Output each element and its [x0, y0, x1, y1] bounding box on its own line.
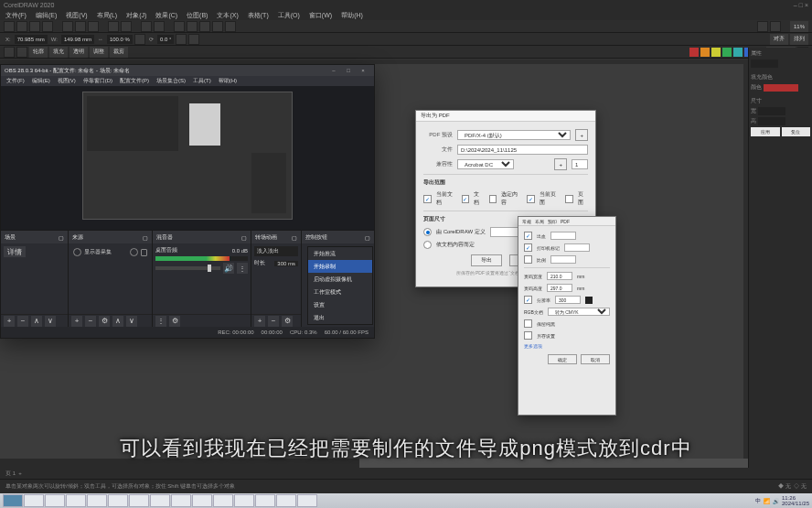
- obs-menu-scenecol[interactable]: 场景集合(S): [156, 77, 186, 85]
- ctrl-virtual-cam[interactable]: 启动虚拟摄像机: [308, 273, 372, 286]
- swatch-red[interactable]: [689, 48, 699, 57]
- menu-text[interactable]: 文本(X): [217, 11, 238, 20]
- tray-wifi-icon[interactable]: 📶: [764, 498, 770, 504]
- rgb-mode-select[interactable]: 转为 CMYK: [548, 308, 610, 316]
- size-h-field[interactable]: [758, 117, 785, 125]
- dock-popout-icon[interactable]: ▢: [292, 234, 297, 241]
- app-menubar[interactable]: 文件(F) 编辑(E) 视图(V) 布局(L) 对象(J) 效果(C) 位图(B…: [0, 10, 812, 20]
- settings-ok-button[interactable]: 确定: [548, 354, 577, 364]
- page-count-field[interactable]: [572, 159, 588, 169]
- swatch-green[interactable]: [722, 48, 732, 57]
- align-button[interactable]: 对齐: [770, 34, 788, 45]
- redo-icon[interactable]: [121, 21, 132, 32]
- page-tab-1[interactable]: 页 1: [5, 470, 16, 478]
- scene-details-button[interactable]: 详情: [4, 246, 26, 257]
- ctrl-exit[interactable]: 退出: [308, 311, 372, 324]
- new-icon[interactable]: [4, 21, 15, 32]
- obs-dock-mixer[interactable]: 混音器 ▢ 桌面音频 0.0 dB 🔊 ⋮ ⋮ ⚙: [153, 231, 251, 327]
- window-close-icon[interactable]: ×: [805, 2, 808, 8]
- document-tabs[interactable]: 页 1 +: [0, 468, 812, 479]
- menu-effects[interactable]: 效果(C): [155, 11, 177, 20]
- dynamic-guides-icon[interactable]: [212, 21, 223, 32]
- source-remove-icon[interactable]: −: [85, 316, 96, 327]
- pagesize-cdr-radio[interactable]: [423, 228, 432, 236]
- menu-table[interactable]: 表格(T): [248, 11, 269, 20]
- pick-tool-icon[interactable]: [4, 47, 15, 58]
- swatch-cyan[interactable]: [733, 48, 743, 57]
- obs-menu-help[interactable]: 帮助(H): [219, 77, 237, 85]
- dock-popout-icon[interactable]: ▢: [365, 234, 370, 241]
- obs-menubar[interactable]: 文件(F) 编辑(E) 视图(V) 停靠窗口(D) 配置文件(P) 场景集合(S…: [1, 76, 374, 86]
- property-bar[interactable]: X: 70.985 mm W: 149.98 mm ↔ 100.0 % ⟳ 0.…: [0, 33, 812, 46]
- obs-minimize-icon[interactable]: –: [326, 68, 341, 73]
- menu-object[interactable]: 对象(J): [126, 11, 146, 20]
- obs-dock-scenes[interactable]: 场景 ▢ 详情 + − ∧ ∨: [1, 231, 69, 327]
- window-maximize-icon[interactable]: □: [799, 2, 803, 8]
- options-icon[interactable]: [770, 21, 781, 32]
- mixer-menu-icon[interactable]: ⋮: [155, 316, 166, 327]
- print-icon[interactable]: [42, 21, 53, 32]
- lock-ratio-icon[interactable]: [134, 34, 145, 45]
- align-guides-icon[interactable]: [225, 21, 236, 32]
- system-tray[interactable]: 中 📶 🔊 11:262024/11/25: [755, 495, 809, 506]
- more-options-link[interactable]: 更多选项: [524, 343, 542, 349]
- export-button[interactable]: 导出: [471, 254, 502, 266]
- obs-titlebar[interactable]: OBS 28.0.3 64-bit - 配置文件: 未命名 - 场景: 未命名 …: [1, 65, 374, 76]
- taskbar-app[interactable]: [87, 494, 107, 507]
- obs-menu-file[interactable]: 文件(F): [6, 77, 25, 85]
- settings-tabs[interactable]: 常规 布局 预印 PDF: [518, 217, 615, 226]
- menu-help[interactable]: 帮助(H): [341, 11, 363, 20]
- tray-clock[interactable]: 11:262024/11/25: [782, 495, 809, 506]
- ctrl-start-recording[interactable]: 开始录制: [308, 260, 372, 273]
- range-sel-cb[interactable]: [489, 195, 497, 203]
- tray-volume-icon[interactable]: 🔊: [773, 498, 779, 504]
- scene-remove-icon[interactable]: −: [17, 316, 28, 327]
- command-bar[interactable]: 轮廓 填充 透明 调整 裁剪 更多配色: [0, 46, 812, 59]
- pagesize-content-radio[interactable]: [423, 241, 432, 249]
- ctrl-studio-mode[interactable]: 工作室模式: [308, 286, 372, 298]
- apply-button[interactable]: 应用: [751, 127, 780, 136]
- source-add-icon[interactable]: +: [71, 316, 82, 327]
- taskbar-app[interactable]: [129, 494, 149, 507]
- source-up-icon[interactable]: ∧: [112, 316, 123, 327]
- taskbar-app[interactable]: [45, 494, 65, 507]
- outline-button[interactable]: 轮廓: [29, 47, 48, 58]
- obs-dock-right[interactable]: 转场动画 ▢ 淡入淡出 时长 300 ms + − ⚙: [251, 231, 374, 327]
- tab-pdf[interactable]: PDF: [561, 219, 570, 224]
- pagesize-w-field[interactable]: [490, 227, 519, 237]
- scale-field[interactable]: [550, 255, 576, 264]
- export-settings-dialog[interactable]: 常规 布局 预印 PDF 出血 打印机标记 比例 页码宽度 mm 页码高度: [518, 216, 616, 416]
- bleed-cb[interactable]: [524, 232, 532, 240]
- page-h-field[interactable]: [547, 284, 572, 292]
- dock-popout-icon[interactable]: ▢: [143, 234, 148, 241]
- dpi-field[interactable]: [555, 296, 581, 304]
- trans-props-icon[interactable]: ⚙: [282, 316, 293, 327]
- taskbar-app[interactable]: [150, 494, 170, 507]
- taskbar-app[interactable]: [276, 494, 296, 507]
- reset-button[interactable]: 复位: [782, 127, 811, 136]
- window-minimize-icon[interactable]: –: [794, 2, 797, 8]
- taskbar-app[interactable]: [213, 494, 233, 507]
- tab-layout[interactable]: 布局: [535, 219, 544, 224]
- scale-cb[interactable]: [524, 255, 532, 264]
- rotation-field[interactable]: 0.0 °: [157, 35, 174, 44]
- obs-close-icon[interactable]: ×: [356, 68, 370, 73]
- arrange-button[interactable]: 排列: [790, 34, 808, 45]
- paste-icon[interactable]: [88, 21, 99, 32]
- ctrl-start-streaming[interactable]: 开始推流: [308, 247, 372, 260]
- grid-toggle-icon[interactable]: [187, 21, 198, 32]
- visibility-icon[interactable]: [73, 248, 81, 256]
- mixer-gear-icon[interactable]: ⋮: [237, 263, 248, 274]
- transition-select[interactable]: 淡入淡出: [254, 246, 298, 256]
- taskbar-app[interactable]: [234, 494, 254, 507]
- cut-icon[interactable]: [62, 21, 73, 32]
- preset-select[interactable]: PDF/X-4 (默认): [457, 130, 571, 140]
- eye-icon[interactable]: [130, 248, 138, 256]
- tray-ime-icon[interactable]: 中: [755, 497, 761, 505]
- file-path-field[interactable]: [457, 145, 588, 155]
- page-w-field[interactable]: [547, 272, 572, 280]
- save-settings-cb[interactable]: [524, 331, 532, 340]
- menu-tools[interactable]: 工具(O): [278, 11, 300, 20]
- undo-icon[interactable]: [108, 21, 119, 32]
- preset-more-button[interactable]: +: [575, 129, 588, 141]
